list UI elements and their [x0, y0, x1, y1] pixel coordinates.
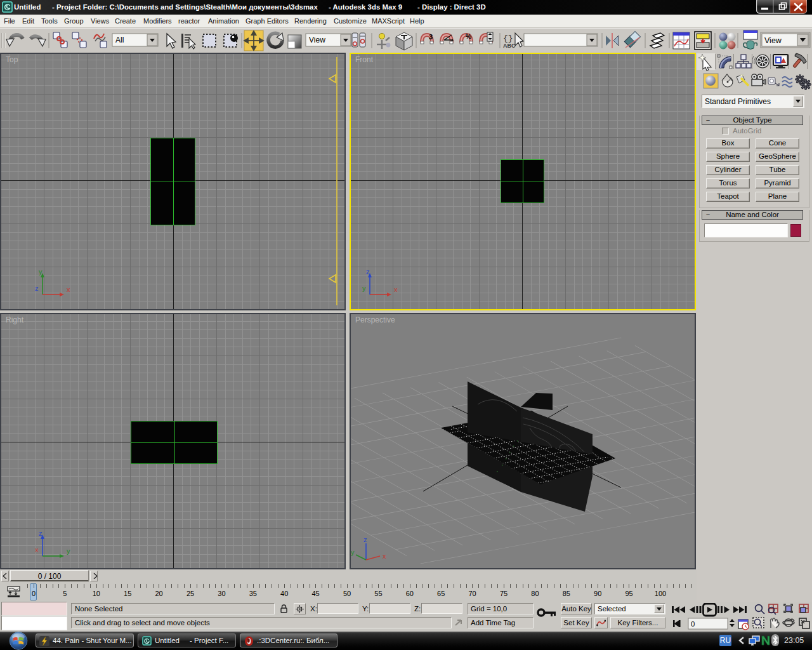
svg-text:x: x: [35, 546, 39, 554]
svg-text:z: z: [363, 536, 367, 543]
svg-text:View: View: [309, 36, 325, 44]
svg-text:x: x: [394, 286, 398, 293]
svg-text:y: y: [67, 547, 70, 555]
svg-text:ABC: ABC: [503, 43, 516, 49]
svg-text:y: y: [39, 269, 43, 275]
svg-text:View: View: [764, 36, 782, 45]
svg-text:z: z: [366, 269, 370, 275]
svg-text:0: 0: [691, 620, 695, 628]
svg-text:y: y: [351, 548, 355, 556]
svg-text:%: %: [466, 33, 471, 40]
svg-text:x: x: [383, 552, 386, 560]
svg-text:z: z: [35, 284, 39, 292]
svg-text:3: 3: [429, 33, 433, 41]
svg-text:y: y: [362, 284, 366, 292]
svg-text:x: x: [67, 286, 70, 293]
svg-text:{}: {}: [503, 34, 513, 43]
svg-text:z: z: [39, 531, 43, 537]
svg-text:All: All: [115, 36, 124, 44]
